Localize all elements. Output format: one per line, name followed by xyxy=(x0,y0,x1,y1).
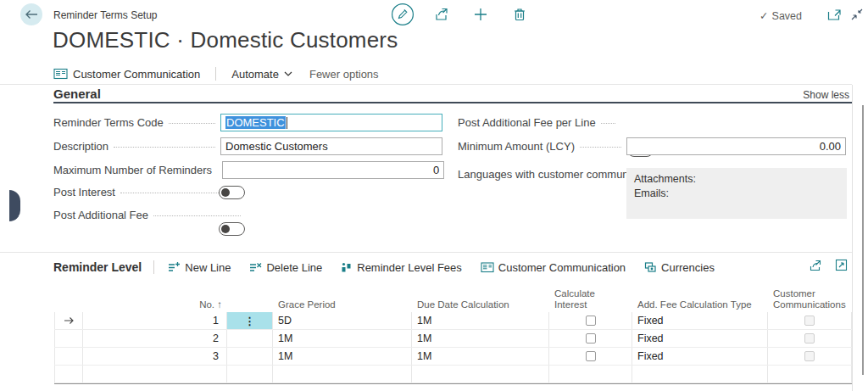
reminder-level-heading[interactable]: Reminder Level xyxy=(53,260,142,274)
row-selector-cell xyxy=(54,366,83,383)
column-header-grace-period[interactable]: Grace Period xyxy=(273,288,412,314)
row-context-menu-button[interactable]: ⋮ xyxy=(227,312,273,329)
cell-spacer xyxy=(227,330,273,347)
currencies-button[interactable]: Currencies xyxy=(644,261,715,274)
cell-add-fee-calculation-type[interactable]: Fixed xyxy=(632,330,768,347)
post-additional-fee-label: Post Additional Fee xyxy=(53,209,148,221)
reminder-lines-header-row: No. ↑ Grace Period Due Date Calculation … xyxy=(54,288,852,312)
table-row: 2 1M 1M Fixed xyxy=(54,330,852,348)
column-header-calculate-interest[interactable]: Calculate Interest xyxy=(549,288,632,314)
pencil-icon xyxy=(391,3,415,26)
field-post-interest: Post Interest xyxy=(53,186,246,198)
column-header-due-date-calculation[interactable]: Due Date Calculation xyxy=(412,288,549,314)
languages-summary-box[interactable]: Attachments: Emails: xyxy=(626,168,847,219)
post-interest-toggle[interactable] xyxy=(219,186,245,199)
customer-communication-part-label: Customer Communication xyxy=(498,261,626,274)
navigation-flyout-handle[interactable] xyxy=(9,190,20,221)
show-less-link[interactable]: Show less xyxy=(803,89,849,101)
cell-no[interactable]: 3 xyxy=(83,348,227,365)
report-card-icon xyxy=(53,68,68,80)
attachments-line: Attachments: xyxy=(634,172,839,187)
cell-grace-period[interactable] xyxy=(273,366,412,383)
delete-line-button[interactable]: Delete Line xyxy=(249,261,322,274)
maximum-number-of-reminders-label: Maximum Number of Reminders xyxy=(53,164,212,176)
cell-due-date-calculation[interactable]: 1M xyxy=(412,312,549,329)
open-in-new-window-button[interactable] xyxy=(827,8,842,21)
cell-add-fee-calculation-type[interactable]: Fixed xyxy=(632,348,768,365)
cell-grace-period[interactable]: 5D xyxy=(273,312,412,329)
reminder-level-fees-label: Reminder Level Fees xyxy=(357,261,462,274)
popout-icon xyxy=(827,8,842,21)
cell-grace-period[interactable]: 1M xyxy=(273,330,412,347)
page-caption: Reminder Terms Setup xyxy=(53,9,158,21)
post-additional-fee-toggle[interactable] xyxy=(219,222,245,236)
share-part-button[interactable] xyxy=(809,259,823,271)
cell-no[interactable]: 2 xyxy=(83,330,227,347)
maximum-number-of-reminders-value: 0 xyxy=(433,164,439,176)
column-header-customer-communications[interactable]: Customer Communications xyxy=(768,288,852,314)
share-icon xyxy=(433,6,450,23)
calculate-interest-checkbox[interactable] xyxy=(586,351,596,361)
general-section-underline xyxy=(53,102,852,103)
fewer-options-button[interactable]: Fewer options xyxy=(309,68,379,81)
collapse-icon xyxy=(850,8,864,21)
reminder-terms-code-input[interactable]: DOMESTIC xyxy=(220,114,442,131)
reminder-level-fees-button[interactable]: Reminder Level Fees xyxy=(341,261,462,274)
cell-no[interactable] xyxy=(83,366,227,383)
sort-ascending-icon: ↑ xyxy=(217,299,222,310)
new-button[interactable] xyxy=(468,2,493,27)
cell-due-date-calculation[interactable] xyxy=(412,366,549,383)
customer-communication-action[interactable]: Customer Communication xyxy=(53,68,200,81)
cell-add-fee-calculation-type[interactable] xyxy=(632,366,768,383)
customer-communications-checkbox xyxy=(804,351,815,361)
cell-calculate-interest xyxy=(549,312,632,329)
trash-icon xyxy=(512,7,527,22)
reminder-level-part-icons xyxy=(809,259,848,271)
cell-grace-period[interactable]: 1M xyxy=(273,348,412,365)
column-header-no[interactable]: No. ↑ xyxy=(83,288,227,314)
calculate-interest-checkbox[interactable] xyxy=(586,316,596,326)
table-row: 3 1M 1M Fixed xyxy=(54,348,852,366)
customer-communications-checkbox xyxy=(804,316,815,326)
cell-due-date-calculation[interactable]: 1M xyxy=(412,330,549,347)
edit-button[interactable] xyxy=(390,2,415,27)
section-divider xyxy=(0,252,852,253)
new-line-button[interactable]: New Line xyxy=(168,261,231,274)
cell-calculate-interest xyxy=(549,348,632,365)
back-button[interactable] xyxy=(20,3,42,25)
collapse-header-button[interactable] xyxy=(850,8,864,21)
calculate-interest-checkbox[interactable] xyxy=(586,333,596,344)
share-button[interactable] xyxy=(429,2,454,27)
customer-communication-part-button[interactable]: Customer Communication xyxy=(481,261,626,274)
new-line-label: New Line xyxy=(185,261,231,274)
divider xyxy=(153,260,154,274)
minimum-amount-lcy-input[interactable]: 0.00 xyxy=(626,137,846,155)
automate-menu[interactable]: Automate xyxy=(231,68,292,81)
reminder-terms-code-value: DOMESTIC xyxy=(225,116,286,129)
customer-communications-checkbox xyxy=(804,333,815,344)
general-section-heading[interactable]: General xyxy=(53,87,101,101)
cell-due-date-calculation[interactable]: 1M xyxy=(412,348,549,365)
cell-spacer xyxy=(227,366,273,383)
cell-add-fee-calculation-type[interactable]: Fixed xyxy=(632,312,768,329)
expand-part-button[interactable] xyxy=(835,259,848,271)
dotted-leader xyxy=(169,123,215,124)
toggle-knob xyxy=(221,188,230,197)
fees-icon xyxy=(341,261,353,273)
delete-button[interactable] xyxy=(507,2,532,27)
row-selector-cell xyxy=(54,348,83,365)
currencies-icon xyxy=(644,261,657,273)
scrollbar-track xyxy=(852,85,853,391)
field-post-additional-fee: Post Additional Fee xyxy=(53,209,246,221)
automate-label: Automate xyxy=(231,68,279,81)
description-input[interactable]: Domestic Customers xyxy=(220,137,442,155)
cell-no[interactable]: 1 xyxy=(83,312,227,329)
column-header-add-fee-calculation-type[interactable]: Add. Fee Calculation Type xyxy=(632,288,768,314)
new-line-icon xyxy=(168,261,181,273)
scrollbar-thumb[interactable] xyxy=(862,105,864,375)
maximum-number-of-reminders-input[interactable]: 0 xyxy=(222,161,444,179)
description-label: Description xyxy=(53,140,108,153)
share-icon xyxy=(809,259,823,271)
column-header-spacer xyxy=(227,288,273,314)
minimum-amount-lcy-value: 0.00 xyxy=(820,140,841,153)
